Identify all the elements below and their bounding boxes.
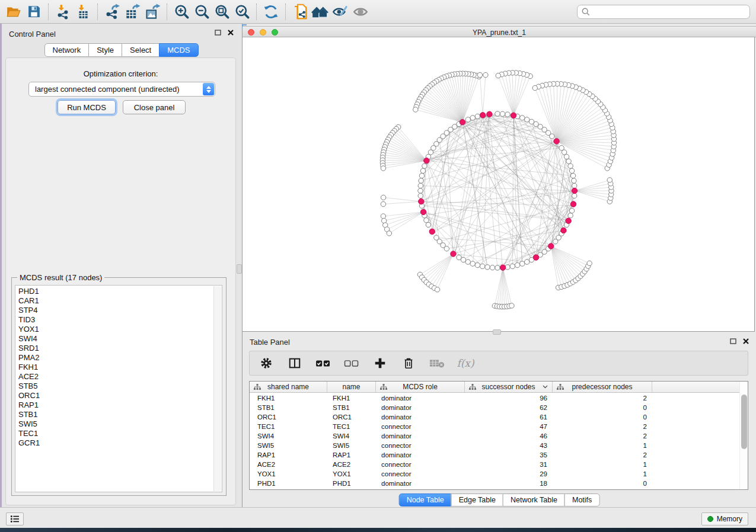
mcds-result-item[interactable]: SWI5 [15,419,213,429]
cell-mcds_role: connector [376,422,465,431]
mcds-result-item[interactable]: SRD1 [15,344,213,353]
network-window-titlebar[interactable]: YPA_prune.txt_1 [243,26,756,37]
memory-button[interactable]: Memory [701,512,748,525]
column-header-successor-nodes[interactable]: successor nodes [465,382,553,392]
toggle-panes-button[interactable] [286,355,303,371]
vertical-split-grip[interactable] [237,264,242,274]
select-all-button[interactable] [315,355,331,371]
export-image-button[interactable] [142,2,162,21]
tab-edge-table[interactable]: Edge Table [451,493,503,507]
table-row[interactable]: YOX1YOX1connector291 [250,469,739,479]
mcds-result-item[interactable]: ORC1 [15,391,213,400]
table-row[interactable]: SWI4SWI4dominator462 [250,431,739,441]
open-folder-icon [6,4,21,20]
cell-predecessor_nodes: 0 [553,479,652,488]
node-table-header: shared namenameMCDS rolesuccessor nodesp… [250,382,739,393]
mcds-result-item[interactable]: CAR1 [15,296,213,306]
delete-column-button[interactable] [400,355,417,371]
network-window-title: YPA_prune.txt_1 [243,28,756,37]
refresh-icon [263,4,279,20]
cell-shared_name: STB1 [250,403,327,412]
split-pane-icon [288,357,301,370]
column-header-name[interactable]: name [327,382,376,392]
delete-table-button[interactable] [429,355,445,371]
zoom-selected-button[interactable] [232,2,252,21]
zoom-in-icon [174,4,190,20]
table-row[interactable]: SWI5SWI5connector431 [250,441,739,450]
table-row[interactable]: ACE2ACE2connector311 [250,460,739,469]
tab-node-table[interactable]: Node Table [399,493,452,507]
checked-boxes-icon [315,357,331,370]
close-panel-icon[interactable] [228,30,234,36]
column-header-predecessor-nodes[interactable]: predecessor nodes [553,382,652,392]
table-row[interactable]: RAP1RAP1dominator352 [250,450,739,460]
toolbar-separator [97,4,98,20]
add-column-button[interactable] [372,355,388,371]
zoom-fit-button[interactable] [212,2,232,21]
zoom-in-button[interactable] [171,2,192,21]
table-scrollbar[interactable] [739,382,748,489]
network-canvas[interactable] [243,37,755,332]
float-table-panel-icon[interactable] [730,338,736,344]
tab-style[interactable]: Style [88,43,122,57]
mcds-result-item[interactable]: FKH1 [15,363,213,372]
toggle-style-button[interactable] [330,2,350,21]
open-file-button[interactable] [4,2,24,21]
mcds-result-item[interactable]: STB5 [15,382,213,391]
tab-network-table[interactable]: Network Table [503,493,565,507]
mcds-result-list[interactable]: PHD1CAR1STP4TID3YOX1SWI4SRD1PMA2FKH1ACE2… [15,285,222,492]
export-table-button[interactable] [122,2,142,21]
function-builder-button[interactable]: f(x) [457,355,474,371]
mcds-result-item[interactable]: YOX1 [15,325,213,334]
close-panel-button[interactable]: Close panel [123,100,186,114]
table-row[interactable]: FKH1FKH1dominator962 [250,393,739,403]
refresh-view-button[interactable] [261,2,281,21]
optimization-criterion-label: Optimization criterion: [6,69,235,78]
import-network-button[interactable] [53,2,73,21]
zoom-out-button[interactable] [192,2,212,21]
export-network-button[interactable] [102,2,122,21]
horizontal-split-grip[interactable] [493,329,501,335]
mcds-result-item[interactable]: PMA2 [15,353,213,363]
float-panel-icon[interactable] [215,30,221,36]
column-header-shared-name[interactable]: shared name [250,382,327,392]
deselect-all-button[interactable] [343,355,360,371]
table-settings-button[interactable] [258,355,275,371]
tab-network[interactable]: Network [44,43,89,57]
optimization-criterion-select[interactable]: largest connected component (undirected) [28,82,215,97]
mcds-result-item[interactable]: PHD1 [15,287,213,296]
task-history-button[interactable] [6,512,24,525]
mcds-list-scrollbar[interactable] [213,286,221,491]
cell-shared_name: FKH1 [250,393,327,403]
table-scrollbar-thumb[interactable] [741,395,747,449]
save-session-button[interactable] [24,2,44,21]
network-canvas-svg [243,37,755,332]
open-network-file-button[interactable] [290,2,310,21]
table-row[interactable]: ORC1ORC1dominator610 [250,412,739,422]
mcds-result-item[interactable]: STB1 [15,410,213,419]
mcds-result-item[interactable]: STP4 [15,306,213,315]
search-input[interactable] [577,5,750,19]
import-table-button[interactable] [73,2,93,21]
show-hide-view-button[interactable] [350,2,371,21]
mcds-result-item[interactable]: SWI4 [15,334,213,344]
table-row[interactable]: STB1STB1dominator620 [250,403,739,412]
run-mcds-button[interactable]: Run MCDS [58,100,116,114]
tab-select[interactable]: Select [122,43,160,57]
mcds-result-item[interactable]: TEC1 [15,429,213,438]
table-row[interactable]: PHD1PHD1dominator180 [250,479,739,488]
tab-mcds[interactable]: MCDS [159,43,198,57]
close-table-panel-icon[interactable] [743,338,749,344]
column-header-MCDS-role[interactable]: MCDS role [376,382,465,392]
cell-successor_nodes: 46 [465,431,553,441]
mcds-result-item[interactable]: RAP1 [15,400,213,410]
tab-motifs[interactable]: Motifs [564,493,599,507]
show-all-networks-button[interactable] [310,2,330,21]
zoom-out-icon [194,4,210,20]
plus-icon [374,357,387,370]
table-row[interactable]: TEC1TEC1connector472 [250,422,739,431]
mcds-result-item[interactable]: ACE2 [15,372,213,382]
cell-mcds_role: connector [376,441,465,450]
mcds-result-item[interactable]: GCR1 [15,438,213,448]
mcds-result-item[interactable]: TID3 [15,315,213,325]
